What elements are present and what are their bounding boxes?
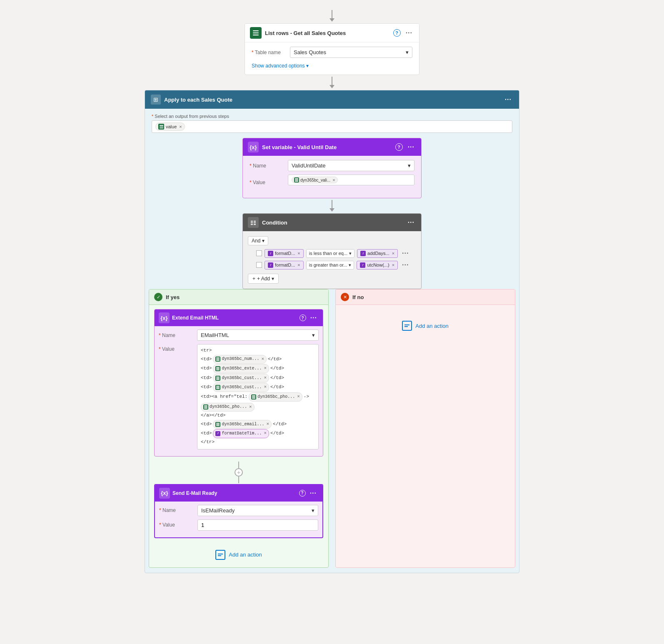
add-action-if-yes-button[interactable]: Add an action [210,547,268,563]
connector-plus-button[interactable]: + [235,468,243,477]
connector-1: + [235,462,243,483]
var-value-close-icon[interactable]: × [332,177,335,182]
html-editor[interactable]: <tr> <td> dyn365bc_num... [197,344,319,449]
operator-2[interactable]: is greater than or... ▾ [306,261,354,270]
list-rows-header: List rows - Get all Sales Quotes ? ··· [245,24,419,42]
expr2-label-2: utcNow(...) [367,262,389,267]
green-icon [251,394,256,399]
expr2-close-2[interactable]: × [392,262,394,267]
condition-more-button[interactable]: ··· [406,218,416,227]
show-advanced-button[interactable]: Show advanced options ▾ [252,61,309,70]
svg-rect-28 [252,397,255,397]
table-name-dropdown[interactable]: Sales Quotes ▾ [290,47,412,58]
html-line-tr: <tr> [201,347,315,354]
email-name-dropdown[interactable]: EMailHTML ▾ [197,329,319,341]
email-name-value: EMailHTML [201,332,229,338]
set-variable-card: {x} Set variable - Valid Until Date ? ··… [242,138,422,198]
cust1-chip-close[interactable]: × [264,374,267,382]
var-value-field: dyn365bc_vali... × [288,175,414,185]
add-action-if-no-button[interactable]: Add an action [396,317,454,334]
chevron-down-icon: ▾ [406,49,409,55]
svg-rect-26 [216,388,220,389]
email-chip-close[interactable]: × [266,421,269,428]
svg-rect-10 [254,221,256,222]
svg-rect-37 [218,555,221,556]
condition-card: Condition ··· And ▾ [242,213,422,289]
email-name-row: Name EMailHTML ▾ [159,329,319,341]
token-close-icon[interactable]: × [179,124,182,129]
send-email-more-button[interactable]: ··· [308,489,318,498]
expr-icon-1: f [268,251,273,256]
extend-email-more-button[interactable]: ··· [309,313,319,322]
row2-more-button[interactable]: ··· [400,260,410,270]
condition-header: Condition ··· [243,214,421,231]
svg-rect-12 [254,222,256,223]
html-line-3: <td> dyn365bc_cust... × </td> [201,374,315,383]
if-yes-body: {x} Extend Email HTML ? ··· Name [149,305,328,567]
pho1-chip-close[interactable]: × [297,393,300,401]
apply-each-container: ⊞ Apply to each Sales Quote ··· Select a… [145,90,519,573]
table-name-label: Table name [252,50,285,55]
extend-email-help-icon[interactable]: ? [300,315,306,321]
var-value-chip-label: dyn365bc_vali... [300,178,330,182]
add-action-if-yes-label: Add an action [229,552,262,558]
cust2-chip-close[interactable]: × [264,384,267,391]
green-icon [215,366,220,371]
row1-more-button[interactable]: ··· [400,249,410,258]
connector-line2 [238,477,239,483]
svg-rect-0 [253,30,259,31]
expr1-close-2[interactable]: × [297,262,300,267]
extend-email-title: Extend Email HTML [172,315,297,321]
op2-chevron-icon: ▾ [349,262,351,268]
more-options-button[interactable]: ··· [404,28,414,37]
html-line-7: <td> dyn365bc_email... × </td> [201,420,315,429]
green-icon [203,404,208,409]
svg-rect-24 [216,386,220,387]
set-var-more-button[interactable]: ··· [406,142,416,152]
svg-rect-36 [218,554,223,554]
operator-1[interactable]: is less than or eq... ▾ [306,249,354,258]
cust1-chip: dyn365bc_cust... × [213,374,269,383]
expr2-close-1[interactable]: × [392,251,394,256]
extend-email-body: Name EMailHTML ▾ Value [155,326,323,456]
set-var-help-icon[interactable]: ? [395,143,403,151]
connector-line [238,462,239,468]
green-icon [215,376,220,381]
send-email-help-icon[interactable]: ? [299,490,306,497]
var-name-dropdown[interactable]: ValidUntilDate ▾ [288,160,414,171]
send-email-icon: {x} [159,488,170,499]
svg-rect-25 [216,387,220,388]
num-chip-close[interactable]: × [261,356,264,363]
svg-rect-23 [216,379,220,380]
if-no-label: If no [352,294,364,300]
exte-chip: dyn365bc_exte... × [213,364,269,373]
check-icon: ✓ [154,293,162,301]
svg-rect-32 [204,408,207,409]
expr1-chip-1: f formatD... × [265,249,304,258]
pho2-chip-close[interactable]: × [249,404,252,411]
help-icon[interactable]: ? [393,29,401,37]
extend-email-card: {x} Extend Email HTML ? ··· Name [154,309,323,457]
send-email-name-dropdown[interactable]: IsEMailReady ▾ [197,505,318,516]
var-value-row: Value dyn365bc_vali... × [250,175,414,190]
expr-icon-2: f [360,251,366,256]
purple-icon: f [215,431,220,436]
svg-rect-3 [160,125,163,126]
apply-each-more-button[interactable]: ··· [503,95,513,104]
add-condition-button[interactable]: + + Add ▾ [248,274,279,284]
branches-row: ✓ If yes {x} Extend Email HTML ? ··· [149,289,515,568]
page-container: List rows - Get all Sales Quotes ? ··· T… [0,0,664,644]
svg-rect-30 [204,405,207,406]
format-chip-close[interactable]: × [264,430,267,437]
condition-checkbox-1[interactable] [256,250,262,256]
apply-each-header: ⊞ Apply to each Sales Quote ··· [145,90,519,109]
send-email-value-input[interactable] [197,519,318,531]
expr1-close-1[interactable]: × [297,251,300,256]
email-value-label: Value [159,346,192,352]
value-chip-label: value [166,124,177,129]
green-icon [215,357,220,362]
condition-checkbox-2[interactable] [256,262,262,268]
and-dropdown[interactable]: And ▾ [248,236,268,245]
email-value-row: Value <tr> <td> [159,344,319,449]
exte-chip-close[interactable]: × [264,365,267,372]
